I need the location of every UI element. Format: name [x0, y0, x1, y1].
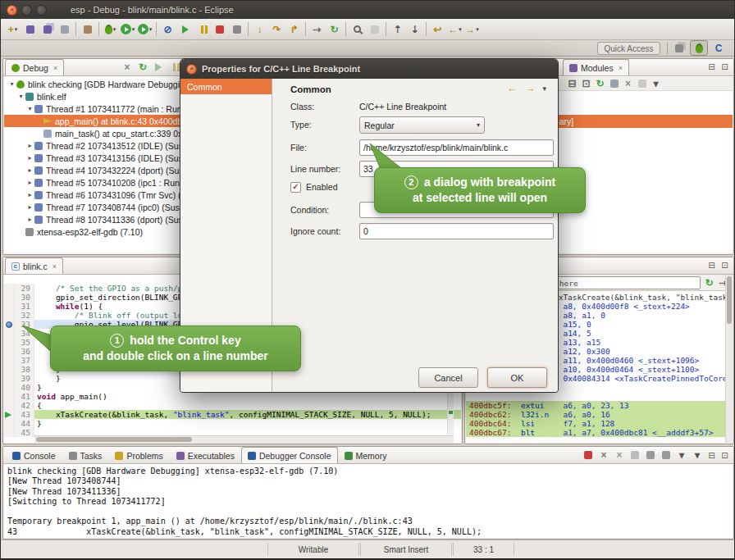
console-open-button[interactable]: ▾: [690, 448, 705, 462]
resume-button[interactable]: [176, 20, 194, 38]
twistie-icon[interactable]: ▸: [25, 179, 34, 186]
editor-horizontal-scrollbar[interactable]: [34, 435, 454, 443]
console-pin-button[interactable]: [659, 448, 673, 462]
modules-tab-close-icon[interactable]: ×: [619, 64, 623, 72]
modules-settings-button[interactable]: [635, 78, 649, 90]
line-number[interactable]: 39: [15, 374, 34, 383]
last-edit-location-button[interactable]: ↩: [429, 20, 446, 38]
console-terminate-button[interactable]: [581, 448, 596, 462]
editor-annotation-ruler[interactable]: [4, 365, 15, 374]
editor-annotation-ruler[interactable]: [4, 401, 15, 410]
editor-annotation-ruler[interactable]: [4, 302, 15, 311]
line-number[interactable]: 44: [15, 419, 34, 428]
twistie-icon[interactable]: ▸: [25, 191, 34, 198]
back-button[interactable]: ←▾: [446, 20, 463, 38]
save-all-button[interactable]: [39, 20, 56, 38]
ignore-count-input[interactable]: 0: [359, 223, 554, 239]
type-combo[interactable]: Regular ▾: [359, 116, 485, 134]
console-remove-all-button[interactable]: ×: [612, 448, 627, 462]
line-number[interactable]: 42: [15, 401, 34, 410]
line-number[interactable]: 30: [15, 293, 34, 302]
tab-console[interactable]: Console: [6, 447, 62, 463]
remove-all-terminated-button[interactable]: ×: [120, 61, 135, 74]
window-maximize-button[interactable]: [36, 5, 47, 16]
editor-annotation-ruler[interactable]: [4, 392, 15, 401]
maximize-view-icon[interactable]: ⊡: [719, 259, 731, 271]
modules-collapse-all-button[interactable]: ⊟: [565, 78, 579, 90]
twistie-icon[interactable]: ▾: [16, 93, 25, 100]
dialog-close-button[interactable]: ×: [186, 64, 197, 75]
line-number[interactable]: 40: [15, 383, 34, 392]
toggle-annotations-button[interactable]: [366, 20, 383, 38]
code-text[interactable]: xTaskCreate(&blink_task, "blink_task", c…: [34, 410, 461, 419]
build-button[interactable]: [79, 20, 96, 38]
console-scroll-lock-button[interactable]: [643, 448, 658, 462]
twistie-icon[interactable]: ▸: [25, 154, 34, 162]
line-number[interactable]: 45: [15, 428, 34, 437]
save-button[interactable]: [21, 20, 39, 38]
sidebar-item-common[interactable]: Common: [180, 79, 272, 94]
twistie-icon[interactable]: ▾: [25, 105, 34, 112]
restart-launch-button[interactable]: ↻: [135, 61, 150, 74]
console-remove-launch-button[interactable]: ×: [596, 448, 611, 462]
dialog-titlebar[interactable]: × Properties for C/C++ Line Breakpoint: [180, 59, 558, 79]
editor-annotation-ruler[interactable]: [4, 338, 15, 347]
editor-annotation-ruler[interactable]: [4, 293, 15, 302]
tab-executables[interactable]: Executables: [170, 447, 241, 463]
editor-annotation-ruler[interactable]: [4, 383, 15, 392]
window-minimize-button[interactable]: [21, 5, 32, 16]
step-into-button[interactable]: ↓: [251, 20, 268, 38]
resume-thread-button[interactable]: [151, 61, 166, 74]
console-clear-button[interactable]: [628, 448, 642, 462]
line-number[interactable]: 29: [15, 284, 34, 293]
step-return-button[interactable]: ↱: [285, 20, 303, 38]
twistie-icon[interactable]: ▸: [25, 203, 34, 211]
debug-button[interactable]: ▾: [102, 20, 119, 38]
tab-debug[interactable]: Debug ×: [5, 59, 64, 75]
editor-annotation-ruler[interactable]: [4, 428, 15, 437]
cancel-button[interactable]: Cancel: [418, 367, 478, 388]
line-number[interactable]: 38: [15, 365, 34, 374]
editor-annotation-ruler[interactable]: [4, 311, 15, 320]
editor-annotation-ruler[interactable]: [4, 374, 15, 383]
search-button[interactable]: [349, 20, 366, 38]
modules-load-symbols-button[interactable]: [607, 78, 621, 90]
debug-perspective-button[interactable]: [690, 40, 708, 56]
back-icon[interactable]: ←: [506, 83, 517, 93]
editor-annotation-ruler[interactable]: [4, 356, 15, 365]
editor-annotation-ruler[interactable]: [4, 410, 15, 419]
code-text[interactable]: }: [34, 419, 461, 428]
editor-annotation-ruler[interactable]: [4, 284, 15, 293]
terminate-button[interactable]: [211, 20, 228, 38]
ok-button[interactable]: OK: [487, 367, 547, 388]
console-display-selected-button[interactable]: ▾: [674, 448, 689, 462]
tab-blink-c[interactable]: c blink.c ×: [5, 257, 63, 274]
disassembly-scroll-thumb[interactable]: [727, 276, 732, 324]
disassembly-scrollbar[interactable]: [725, 275, 733, 443]
line-number[interactable]: 41: [15, 392, 34, 401]
minimize-view-icon[interactable]: ⊟: [705, 449, 718, 462]
modules-remove-button[interactable]: ×: [621, 78, 635, 90]
modules-refresh-button[interactable]: ↻: [593, 78, 607, 90]
next-annotation-button[interactable]: ⇣: [406, 20, 423, 38]
twistie-icon[interactable]: ▸: [25, 216, 34, 223]
modules-view-menu-button[interactable]: ▾: [649, 78, 663, 90]
tab-debugger-console[interactable]: Debugger Console: [241, 447, 338, 463]
new-wizard-button[interactable]: +▾: [4, 20, 21, 38]
open-perspective-button[interactable]: [670, 40, 688, 56]
line-number[interactable]: 31: [15, 302, 34, 311]
disconnect-button[interactable]: [228, 20, 245, 38]
tab-problems[interactable]: Problems: [108, 447, 169, 463]
view-menu-icon[interactable]: ▾: [542, 84, 546, 93]
skip-breakpoints-button[interactable]: ⊘: [159, 20, 176, 38]
suspend-button[interactable]: [194, 20, 211, 38]
debug-tab-close-icon[interactable]: ×: [53, 64, 57, 72]
twistie-icon[interactable]: ▸: [25, 166, 34, 174]
window-close-button[interactable]: ×: [7, 5, 17, 16]
run-button[interactable]: ▾: [119, 20, 136, 38]
modules-expand-all-button[interactable]: ⊡: [579, 78, 593, 90]
minimize-view-icon[interactable]: ⊟: [705, 61, 718, 73]
line-number[interactable]: 43: [15, 410, 34, 419]
tab-modules[interactable]: Modules ×: [563, 59, 629, 75]
disasm-refresh-button[interactable]: ↻: [702, 276, 716, 289]
